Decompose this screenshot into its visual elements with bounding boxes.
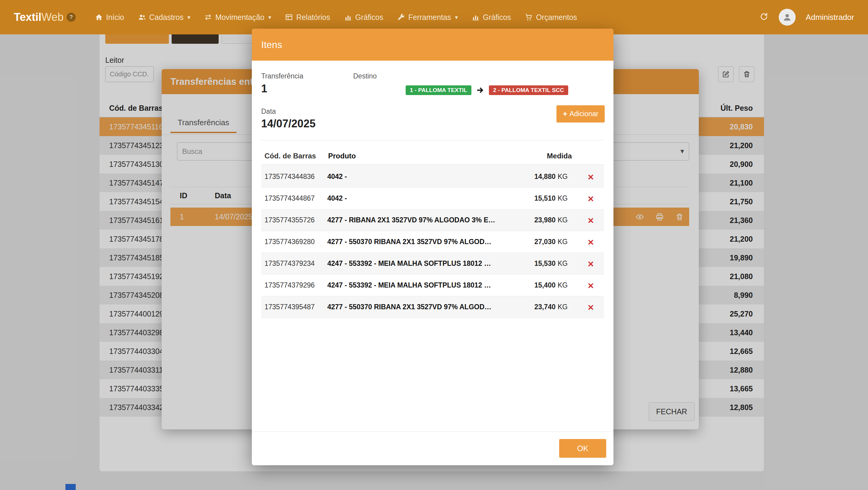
nav-items: Início Cadastros ▾ Movimentação ▾ Relató… — [95, 13, 577, 22]
brand-logo[interactable]: TextilWeb ? — [14, 11, 76, 24]
item-row: 1735774369280 4277 - 550370 RIBANA 2X1 3… — [261, 231, 604, 253]
col-barcode: Cód. de Barras — [265, 152, 328, 160]
help-icon[interactable]: ? — [67, 13, 76, 22]
home-icon — [95, 13, 103, 21]
chevron-down-icon: ▾ — [455, 14, 458, 21]
destination-badge: 2 - PALLOMA TEXTIL SCC — [489, 85, 568, 95]
chevron-down-icon: ▾ — [269, 14, 272, 21]
items-table: 1735774344836 4042 - 14,880KG × 17357743… — [261, 166, 604, 318]
remove-item-button[interactable]: × — [577, 172, 604, 182]
brand-web: Web — [41, 11, 63, 23]
items-table-header: Cód. de Barras Produto Medida — [261, 147, 604, 165]
item-barcode: 1735774355726 — [265, 216, 327, 224]
users-icon — [138, 13, 146, 21]
remove-item-button[interactable]: × — [577, 193, 604, 204]
items-modal: Itens Transferência 1 Destino 1 - PALLOM… — [252, 29, 614, 465]
brand-textil: Textil — [14, 11, 41, 23]
item-row: 1735774355726 4277 - RIBANA 2X1 3527VD 9… — [261, 209, 604, 231]
arrow-right-icon — [476, 86, 485, 94]
bar-chart-icon — [344, 13, 352, 21]
item-measure: 23,980KG — [506, 216, 568, 224]
exchange-icon — [204, 13, 212, 21]
report-icon — [285, 13, 293, 21]
nav-item-graficos-2[interactable]: Gráficos — [472, 13, 511, 22]
item-barcode: 1735774369280 — [265, 238, 327, 246]
nav-item-graficos[interactable]: Gráficos — [344, 13, 383, 22]
item-product: 4277 - RIBANA 2X1 3527VD 97% ALGODAO 3% … — [327, 216, 506, 224]
item-measure: 14,880KG — [506, 173, 568, 181]
col-measure: Medida — [509, 152, 572, 160]
item-measure: 27,030KG — [506, 238, 568, 246]
origin-badge: 1 - PALLOMA TEXTIL — [406, 85, 471, 95]
divider — [261, 140, 604, 140]
item-measure: 23,740KG — [506, 303, 568, 311]
col-product: Produto — [328, 152, 509, 160]
item-row: 1735774379234 4247 - 553392 - MEIA MALHA… — [261, 253, 604, 275]
nav-item-cadastros[interactable]: Cadastros ▾ — [138, 13, 191, 22]
ok-button[interactable]: OK — [559, 439, 606, 458]
nav-item-relatorios[interactable]: Relatórios — [285, 13, 330, 22]
item-row: 1735774344836 4042 - 14,880KG × — [261, 166, 604, 188]
person-icon — [782, 12, 792, 22]
date-value: 14/07/2025 — [261, 117, 315, 130]
nav-right: Administrador — [760, 9, 854, 26]
destination-badges: 1 - PALLOMA TEXTIL 2 - PALLOMA TEXTIL SC… — [406, 85, 568, 95]
item-row: 1735774395487 4277 - 550370 RIBANA 2X1 3… — [261, 296, 604, 318]
item-barcode: 1735774344836 — [265, 173, 327, 181]
item-row: 1735774379296 4247 - 553392 - MEIA MALHA… — [261, 275, 604, 296]
destination-label: Destino — [353, 72, 377, 80]
remove-item-button[interactable]: × — [577, 302, 604, 312]
remove-item-button[interactable]: × — [577, 237, 604, 247]
remove-item-button[interactable]: × — [577, 280, 604, 290]
transfer-label: Transferência — [261, 72, 303, 80]
item-product: 4277 - 550370 RIBANA 2X1 3527VD 97% ALGO… — [327, 238, 506, 246]
date-label: Data — [261, 108, 276, 116]
nav-item-inicio[interactable]: Início — [95, 13, 124, 22]
items-modal-header: Itens — [252, 29, 614, 61]
nav-item-ferramentas[interactable]: Ferramentas ▾ — [397, 13, 458, 22]
cart-icon — [525, 13, 533, 21]
item-product: 4277 - 550370 RIBANA 2X1 3527VD 97% ALGO… — [327, 303, 506, 311]
item-measure: 15,530KG — [506, 259, 568, 268]
item-row: 1735774344867 4042 - 15,510KG × — [261, 188, 604, 209]
avatar[interactable] — [779, 9, 796, 26]
item-barcode: 1735774379296 — [265, 281, 327, 289]
item-product: 4247 - 553392 - MEIA MALHA SOFTPLUS 1801… — [327, 259, 506, 268]
remove-item-button[interactable]: × — [577, 258, 604, 269]
items-modal-footer: OK — [252, 431, 614, 465]
plus-icon: + — [563, 109, 567, 119]
item-barcode: 1735774395487 — [265, 303, 327, 311]
item-product: 4247 - 553392 - MEIA MALHA SOFTPLUS 1801… — [327, 281, 506, 289]
item-measure: 15,510KG — [506, 194, 568, 203]
item-product: 4042 - — [327, 194, 506, 203]
item-barcode: 1735774379234 — [265, 259, 327, 268]
remove-item-button[interactable]: × — [577, 215, 604, 225]
bar-chart-icon — [472, 13, 479, 21]
items-modal-title: Itens — [261, 39, 282, 51]
item-product: 4042 - — [327, 173, 506, 181]
item-barcode: 1735774344867 — [265, 194, 327, 203]
adicionar-button[interactable]: + Adicionar — [556, 105, 605, 123]
transfer-value: 1 — [261, 82, 267, 95]
wrench-icon — [397, 13, 405, 21]
item-measure: 15,400KG — [506, 281, 568, 289]
refresh-icon[interactable] — [760, 12, 769, 22]
nav-item-orcamentos[interactable]: Orçamentos — [525, 13, 577, 22]
nav-item-movimentacao[interactable]: Movimentação ▾ — [204, 13, 271, 22]
user-name[interactable]: Administrador — [806, 13, 854, 22]
chevron-down-icon: ▾ — [187, 14, 190, 21]
